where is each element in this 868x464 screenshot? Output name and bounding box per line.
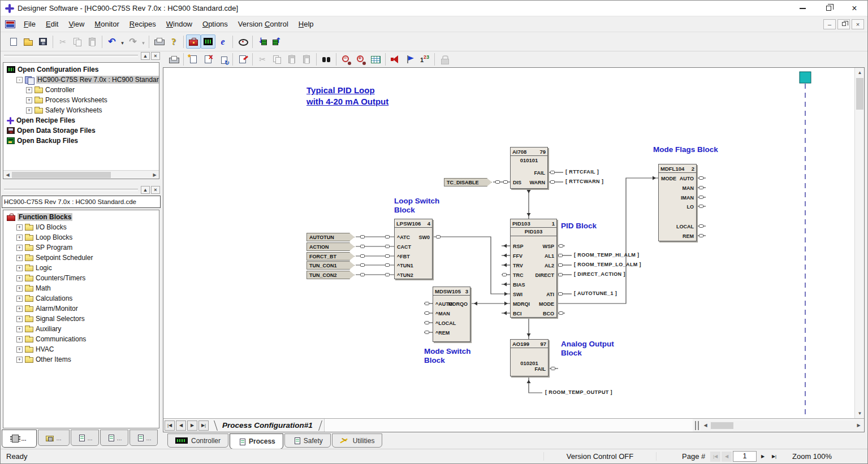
signal-tag-tun_con2[interactable]: TUN_CON2: [306, 271, 355, 279]
page-number-field[interactable]: 1: [733, 451, 757, 462]
tree-expander-icon[interactable]: +: [16, 275, 23, 281]
fb-tree-item-signal-selectors[interactable]: +Signal Selectors: [5, 314, 158, 324]
block-mdfl104[interactable]: MDFL1042MODEAUTOMANIMANLOLOCALREM: [658, 164, 697, 241]
toolbar-grip[interactable]: [4, 55, 138, 57]
block-annotation[interactable]: Loop Switch Block: [394, 197, 439, 215]
fb-tree-item-function-blocks[interactable]: Function Blocks: [5, 212, 158, 222]
menu-options[interactable]: Options: [197, 18, 233, 30]
tree-expander-icon[interactable]: +: [26, 97, 32, 103]
print-button[interactable]: [152, 34, 166, 49]
pages-copy-button[interactable]: [215, 53, 230, 67]
child-close-button[interactable]: ×: [852, 19, 864, 29]
tag-reference[interactable]: [ AUTOTUNE_1 ]: [574, 290, 617, 296]
config-tree-item-controller[interactable]: +Controller: [5, 85, 158, 95]
scrollbar-thumb[interactable]: [711, 422, 733, 429]
tree-expander-icon[interactable]: +: [26, 87, 32, 93]
flag-button[interactable]: [403, 53, 417, 67]
diagram-title[interactable]: Typical PID Loop with 4-20 mA Output: [306, 85, 388, 107]
block-mdsw105[interactable]: MDSW1053^AUTOMDRQO^MAN^LOCAL^REM: [433, 287, 470, 342]
fb-tree-item-i-o-blocks[interactable]: +I/O Blocks: [5, 222, 158, 232]
recipe-e-button[interactable]: [215, 34, 230, 49]
block-ao199[interactable]: AO19997010201FAIL: [510, 339, 549, 376]
block-pid103[interactable]: PID1031PID103RSPWSPFFVAL1TRVAL2TRCDIRECT…: [510, 219, 557, 318]
panel-close-button[interactable]: ×: [151, 52, 160, 60]
child-restore-button[interactable]: [837, 19, 850, 29]
close-button[interactable]: ×: [841, 1, 867, 16]
config-tree-item-open-data-storage-files[interactable]: Open Data Storage Files: [5, 125, 158, 136]
toolbox-button[interactable]: [186, 34, 201, 49]
panel-collapse-button[interactable]: ▲: [141, 52, 150, 60]
menu-monitor[interactable]: Monitor: [89, 18, 124, 30]
upload-button[interactable]: [270, 34, 284, 49]
fb-tree-item-auxiliary[interactable]: +Auxiliary: [5, 324, 158, 334]
config-tree-item-hc900-c75s-rev-7-0x-hc900-standard-[interactable]: -HC900-C75S Rev 7.0x : HC900 Standard.: [5, 75, 158, 85]
paste-button[interactable]: [284, 53, 299, 67]
copy-button[interactable]: [70, 34, 85, 49]
canvas-hscrollbar[interactable]: ◀ ▶: [701, 421, 863, 430]
fb-tree-item-setpoint-scheduler[interactable]: +Setpoint Scheduler: [5, 253, 158, 263]
config-tree-item-open-recipe-files[interactable]: Open Recipe Files: [5, 115, 158, 125]
cut-button[interactable]: [255, 53, 270, 67]
config-tree-item-safety-worksheets[interactable]: +Safety Worksheets: [5, 105, 158, 115]
fb-tree-item-loop-blocks[interactable]: +Loop Blocks: [5, 232, 158, 242]
cut-button[interactable]: [55, 34, 70, 49]
sheet-nav-button[interactable]: |◀: [165, 420, 175, 431]
signal-tag-autotun[interactable]: AUTOTUN: [306, 233, 355, 241]
print-button[interactable]: [166, 53, 181, 67]
fb-tree-item-alarm-monitor[interactable]: +Alarm/Monitor: [5, 303, 158, 314]
signal-tag-forct_bt[interactable]: FORCT_BT: [306, 252, 355, 261]
save-button[interactable]: [36, 34, 50, 49]
zoom-out-button[interactable]: [339, 53, 353, 67]
find-button[interactable]: [319, 53, 334, 67]
block-annotation[interactable]: Mode Flags Block: [653, 145, 718, 154]
tree-expander-icon[interactable]: +: [16, 285, 23, 292]
pane-splitter[interactable]: [695, 421, 699, 430]
signal-tag-action[interactable]: ACTION: [306, 242, 355, 251]
menu-recipes[interactable]: Recipes: [124, 18, 161, 30]
tree-expander-icon[interactable]: +: [16, 255, 23, 261]
caret-button[interactable]: [140, 34, 146, 49]
controller-board-button[interactable]: [201, 34, 215, 49]
menu-version-control[interactable]: Version Control: [233, 18, 293, 30]
fb-tree-item-math[interactable]: +Math: [5, 283, 158, 293]
monitor-button[interactable]: [235, 34, 250, 49]
tag-reference[interactable]: [ DIRECT_ACTION ]: [574, 271, 625, 277]
signal-tag-tc_disable[interactable]: TC_DISABLE: [444, 178, 492, 187]
menu-help[interactable]: Help: [293, 18, 319, 30]
redo-button[interactable]: [126, 34, 140, 49]
fb-tree-item-other-items[interactable]: +Other Items: [5, 354, 158, 365]
fb-tree-item-sp-program[interactable]: +SP Program: [5, 242, 158, 253]
sheet-nav-button[interactable]: ▶|: [198, 420, 209, 431]
library-tab-2[interactable]: ...: [38, 430, 70, 446]
page-nav-button[interactable]: ▶|: [769, 452, 779, 462]
tag-reference[interactable]: [ ROOM_TEMP_OUTPUT ]: [545, 389, 612, 395]
block-annotation[interactable]: PID Block: [561, 222, 597, 231]
config-tree-hscrollbar[interactable]: ◀ ▶: [3, 170, 159, 179]
sheet-nav-button[interactable]: ◀: [176, 420, 186, 431]
block-lpsw106[interactable]: LPSW1064^ATCSW0CACT^FBT^TUN1^TUN2: [394, 219, 433, 279]
tag-reference[interactable]: [ RTTCWARN ]: [565, 179, 603, 184]
tag-reference[interactable]: [ ROOM_TEMP_LO_ALM ]: [574, 262, 641, 267]
tree-expander-icon[interactable]: +: [16, 357, 23, 363]
restore-button[interactable]: [815, 1, 841, 16]
new-button[interactable]: [6, 34, 21, 49]
tab-process[interactable]: Process: [230, 433, 283, 449]
config-tree-item-open-configuration-files[interactable]: Open Configuration Files: [5, 64, 158, 75]
tree-expander-icon[interactable]: +: [16, 296, 23, 302]
tab-controller[interactable]: Controller: [167, 433, 228, 448]
child-minimize-button[interactable]: –: [823, 19, 836, 29]
tree-expander-icon[interactable]: +: [16, 346, 23, 353]
scroll-right-icon[interactable]: ▶: [150, 171, 159, 179]
toolbar-grip[interactable]: [4, 189, 138, 191]
fb-tree-item-calculations[interactable]: +Calculations: [5, 293, 158, 303]
page-props-button[interactable]: [235, 53, 250, 67]
copy-button[interactable]: [270, 53, 284, 67]
block-annotation[interactable]: Analog Output Block: [561, 340, 614, 358]
tree-expander-icon[interactable]: +: [16, 326, 23, 332]
scrollbar-thumb[interactable]: [12, 172, 111, 178]
sheet-nav-button[interactable]: ▶: [187, 420, 197, 431]
fb-tree-item-hvac[interactable]: +HVAC: [5, 344, 158, 354]
alarm-button[interactable]: [388, 53, 403, 67]
fb-tree-item-logic[interactable]: +Logic: [5, 263, 158, 273]
fb-tree-item-counters-timers[interactable]: +Counters/Timers: [5, 273, 158, 283]
